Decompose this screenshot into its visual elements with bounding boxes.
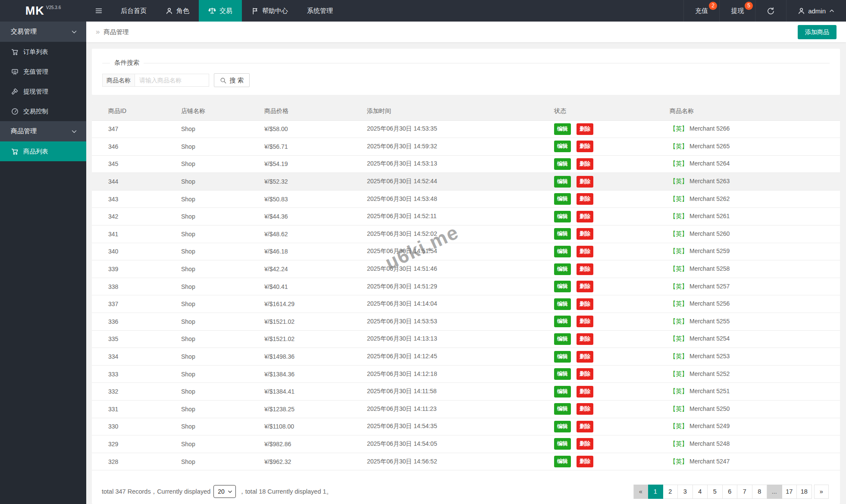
delete-button[interactable]: 删除: [577, 281, 593, 292]
merchant-name: Merchant 5259: [689, 247, 730, 254]
delete-button[interactable]: 删除: [577, 316, 593, 327]
edit-button[interactable]: 编辑: [554, 421, 571, 432]
product-name-input[interactable]: [135, 74, 209, 87]
cell-product-id: 345: [92, 155, 165, 173]
cell-product-name: 【英】Merchant 5255: [653, 313, 840, 331]
delete-button[interactable]: 删除: [577, 123, 593, 135]
delete-button[interactable]: 删除: [577, 263, 593, 275]
nav-tab-roles[interactable]: 角色: [156, 0, 199, 22]
edit-button[interactable]: 编辑: [554, 193, 571, 205]
withdraw-shortcut[interactable]: 提现 5: [719, 0, 755, 22]
delete-button[interactable]: 删除: [577, 386, 593, 398]
page-button[interactable]: 3: [678, 485, 693, 499]
nav-tab-trade[interactable]: 交易: [199, 0, 242, 22]
delete-button[interactable]: 删除: [577, 211, 593, 222]
search-button[interactable]: 搜 索: [214, 73, 250, 87]
edit-button[interactable]: 编辑: [554, 176, 571, 188]
sidebar-item-order-list[interactable]: 订单列表: [0, 42, 86, 62]
page-button[interactable]: 8: [752, 485, 768, 499]
page-button[interactable]: 17: [782, 485, 797, 499]
sidebar-group-product-management[interactable]: 商品管理: [0, 121, 86, 141]
edit-button[interactable]: 编辑: [554, 228, 571, 240]
page-button[interactable]: 1: [648, 485, 663, 499]
cell-product-id: 330: [92, 418, 165, 435]
page-button[interactable]: «: [633, 485, 649, 499]
edit-button[interactable]: 编辑: [554, 351, 571, 363]
table-body: 347 Shop ¥/$58.00 2025年06月30日 14:53:35 编…: [92, 120, 840, 470]
delete-button[interactable]: 删除: [577, 403, 593, 415]
edit-button[interactable]: 编辑: [554, 158, 571, 170]
recharge-shortcut[interactable]: 充值 2: [683, 0, 719, 22]
cell-product-id: 334: [92, 348, 165, 366]
sidebar-item-product-list[interactable]: 商品列表: [0, 141, 86, 161]
delete-button[interactable]: 删除: [577, 421, 593, 432]
cell-status: 编辑 删除: [538, 225, 653, 243]
table-row: 334 Shop ¥/$1498.36 2025年06月30日 14:12:45…: [92, 348, 840, 366]
edit-button[interactable]: 编辑: [554, 368, 571, 380]
edit-button[interactable]: 编辑: [554, 386, 571, 398]
delete-button[interactable]: 删除: [577, 176, 593, 188]
edit-button[interactable]: 编辑: [554, 403, 571, 415]
breadcrumb-icon: »: [96, 28, 100, 36]
delete-button[interactable]: 删除: [577, 438, 593, 450]
page-button[interactable]: 6: [723, 485, 738, 499]
edit-button[interactable]: 编辑: [554, 211, 571, 222]
cell-added-time: 2025年06月30日 14:53:53: [351, 313, 538, 331]
edit-button[interactable]: 编辑: [554, 141, 571, 152]
cell-product-id: 346: [92, 138, 165, 156]
delete-button[interactable]: 删除: [577, 351, 593, 363]
sidebar-item-withdraw-management[interactable]: 提现管理: [0, 81, 86, 101]
cell-status: 编辑 删除: [538, 138, 653, 156]
cell-shop-name: Shop: [165, 313, 248, 331]
page-button[interactable]: 5: [708, 485, 723, 499]
delete-button[interactable]: 删除: [577, 246, 593, 257]
page-size-select[interactable]: 20: [213, 485, 236, 498]
sidebar-collapse-button[interactable]: [86, 0, 111, 22]
sidebar-item-trade-control[interactable]: 交易控制: [0, 101, 86, 121]
delete-button[interactable]: 删除: [577, 368, 593, 380]
page-button[interactable]: 7: [737, 485, 752, 499]
edit-button[interactable]: 编辑: [554, 438, 571, 450]
edit-button[interactable]: 编辑: [554, 333, 571, 345]
col-header-product-id: 商品ID: [92, 102, 165, 120]
page-button[interactable]: 2: [663, 485, 678, 499]
edit-button[interactable]: 编辑: [554, 316, 571, 327]
chevron-down-icon: [71, 28, 78, 35]
add-product-button[interactable]: 添加商品: [798, 25, 837, 39]
delete-button[interactable]: 删除: [577, 228, 593, 240]
cell-product-name: 【英】Merchant 5260: [653, 225, 840, 243]
edit-button[interactable]: 编辑: [554, 281, 571, 292]
delete-button[interactable]: 删除: [577, 333, 593, 345]
user-menu[interactable]: admin: [786, 0, 846, 22]
delete-button[interactable]: 删除: [577, 456, 593, 467]
refresh-button[interactable]: [755, 0, 786, 22]
language-tag: 【英】: [670, 213, 688, 219]
edit-button[interactable]: 编辑: [554, 298, 571, 310]
sidebar-item-recharge-management[interactable]: 充值管理: [0, 62, 86, 81]
cell-product-name: 【英】Merchant 5249: [653, 418, 840, 435]
delete-button[interactable]: 删除: [577, 298, 593, 310]
edit-button[interactable]: 编辑: [554, 456, 571, 467]
nav-tab-home[interactable]: 后台首页: [111, 0, 156, 22]
breadcrumb-bar: » 商品管理 添加商品: [86, 22, 846, 42]
user-icon: [798, 7, 805, 15]
cell-product-name: 【英】Merchant 5264: [653, 155, 840, 173]
page-button[interactable]: 18: [797, 485, 812, 499]
edit-button[interactable]: 编辑: [554, 123, 571, 135]
table-row: 328 Shop ¥/$962.32 2025年06月30日 14:56:52 …: [92, 453, 840, 470]
scales-icon: [208, 7, 216, 15]
page-button[interactable]: 4: [693, 485, 708, 499]
delete-button[interactable]: 删除: [577, 158, 593, 170]
language-tag: 【英】: [670, 458, 688, 465]
edit-button[interactable]: 编辑: [554, 263, 571, 275]
delete-button[interactable]: 删除: [577, 193, 593, 205]
nav-tab-system[interactable]: 系统管理: [298, 0, 342, 22]
page-button[interactable]: ...: [767, 485, 782, 499]
delete-button[interactable]: 删除: [577, 141, 593, 152]
cell-status: 编辑 删除: [538, 348, 653, 366]
page-button[interactable]: »: [814, 485, 829, 499]
sidebar-group-trade-management[interactable]: 交易管理: [0, 22, 86, 42]
nav-tab-help[interactable]: 帮助中心: [242, 0, 298, 22]
refresh-icon: [767, 7, 775, 15]
edit-button[interactable]: 编辑: [554, 246, 571, 257]
